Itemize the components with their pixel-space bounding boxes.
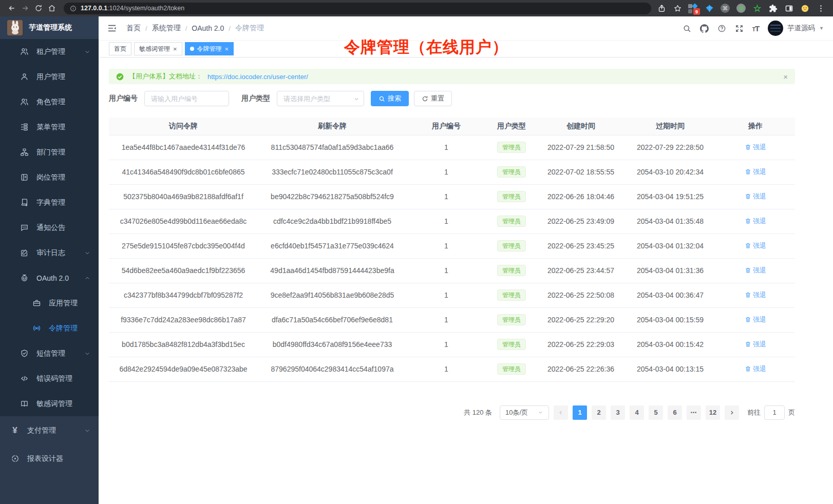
alert-close-icon[interactable]: ×: [783, 72, 788, 81]
force-logout-button[interactable]: 强退: [745, 192, 766, 201]
sidebar-item-oauth2-token[interactable]: 令牌管理: [0, 316, 99, 341]
sidebar-item-label: 字典管理: [36, 198, 65, 207]
split-window-icon[interactable]: [784, 3, 794, 13]
force-logout-button[interactable]: 强退: [745, 315, 766, 324]
sidebar-item-sensitive[interactable]: 敏感词管理: [0, 391, 99, 416]
back-icon[interactable]: [5, 2, 18, 14]
sidebar-item-oauth2[interactable]: OAuth 2.0: [0, 265, 99, 290]
address-bar[interactable]: 127.0.0.1:1024/system/oauth2/token: [64, 3, 651, 14]
page-button-12[interactable]: 12: [706, 405, 720, 420]
refresh-token-cell: 8796295f04064c2983414cc54af1097a: [258, 357, 407, 381]
column-header: 操作: [716, 118, 795, 135]
page-button-5[interactable]: 5: [649, 405, 663, 420]
star-icon[interactable]: [672, 3, 683, 13]
breadcrumb-separator: /: [229, 25, 231, 32]
sidebar-item-report[interactable]: 报表设计器: [0, 444, 99, 473]
sidebar-item-sms[interactable]: 短信管理: [0, 341, 99, 366]
expire-time-cell: 2054-03-04 00:15:59: [624, 307, 716, 332]
home-icon[interactable]: [45, 2, 59, 14]
forward-icon[interactable]: [18, 2, 32, 14]
tab-label: 令牌管理: [197, 45, 222, 53]
sidebar-collapse-icon[interactable]: [107, 23, 117, 33]
user-id-cell: 1: [407, 332, 486, 357]
user-type-select-input[interactable]: [277, 91, 364, 106]
alert-link[interactable]: https://doc.iocoder.cn/user-center/: [207, 73, 308, 81]
diamond-icon[interactable]: [704, 3, 714, 13]
content: 【用户体系】文档地址： https://doc.iocoder.cn/user-…: [99, 57, 833, 504]
force-logout-button[interactable]: 强退: [745, 266, 766, 275]
breadcrumb-item[interactable]: OAuth 2.0: [192, 24, 224, 32]
puzzle-icon[interactable]: [768, 3, 778, 13]
help-icon[interactable]: [717, 24, 726, 33]
tab-敏感词管理[interactable]: 敏感词管理×: [134, 42, 182, 55]
table-row: b0d1785bc3a8482f812db4a3f3bd15ecb0df4980…: [109, 332, 795, 357]
next-page-button[interactable]: [725, 405, 739, 420]
sidebar-item-audit[interactable]: 审计日志: [0, 240, 99, 265]
page-button-1[interactable]: 1: [573, 405, 587, 420]
page-button-3[interactable]: 3: [611, 405, 625, 420]
force-logout-button[interactable]: 强退: [745, 167, 766, 177]
search-icon[interactable]: [683, 24, 691, 33]
sidebar-item-dict[interactable]: 字典管理: [0, 190, 99, 215]
sidebar-item-pay[interactable]: ¥支付管理: [0, 416, 99, 444]
page-size-select[interactable]: 10条/页: [500, 405, 549, 420]
reload-icon[interactable]: [32, 2, 45, 14]
extension-badge-icon[interactable]: 9: [688, 3, 698, 13]
sidebar-item-user[interactable]: 用户管理: [0, 64, 99, 89]
roles-icon: [20, 98, 29, 107]
message-icon: [20, 223, 29, 232]
breadcrumb-item[interactable]: 系统管理: [152, 24, 181, 33]
force-logout-button[interactable]: 强退: [745, 340, 766, 349]
user-id-cell: 1: [407, 209, 486, 234]
font-size-icon[interactable]: TT: [752, 24, 759, 33]
kebab-menu-icon[interactable]: [816, 3, 826, 13]
record-circle-icon[interactable]: [736, 3, 746, 13]
tab-close-icon[interactable]: ×: [173, 46, 177, 52]
sidebar-item-dept[interactable]: 部门管理: [0, 140, 99, 165]
page-button-6[interactable]: 6: [668, 405, 682, 420]
sidebar-item-tenant[interactable]: 租户管理: [0, 39, 99, 64]
table-row: f9336e7c7dd242a283ee98dc86b17a87dfa6c71a…: [109, 307, 795, 332]
tab-首页[interactable]: 首页: [109, 42, 131, 55]
share-icon[interactable]: [656, 3, 667, 13]
tab-close-icon[interactable]: ×: [225, 46, 229, 52]
goto-page-input[interactable]: [764, 405, 785, 420]
force-logout-button[interactable]: 强退: [745, 290, 766, 300]
github-icon[interactable]: [700, 24, 709, 33]
force-logout-button[interactable]: 强退: [745, 143, 766, 152]
green-star-icon[interactable]: [752, 3, 762, 13]
sidebar-item-label: OAuth 2.0: [36, 274, 69, 282]
smiley-icon[interactable]: [800, 3, 810, 13]
tab-令牌管理[interactable]: 令牌管理×: [185, 42, 234, 55]
force-logout-button[interactable]: 强退: [745, 364, 766, 374]
app-logo[interactable]: 芋道管理系统: [0, 16, 99, 39]
page-ellipsis-button[interactable]: •••: [687, 405, 701, 420]
sidebar-item-role[interactable]: 角色管理: [0, 89, 99, 114]
breadcrumb-item[interactable]: 首页: [126, 24, 141, 33]
user-type-select[interactable]: [277, 91, 364, 106]
sidebar-item-label: 角色管理: [36, 98, 65, 107]
sidebar-item-label: 应用管理: [49, 299, 78, 308]
prev-page-button[interactable]: [554, 405, 568, 420]
access-token-cell: c347026e805e4d99b0d116eae66eda8c: [109, 209, 258, 234]
post-card-icon: [20, 173, 29, 182]
navbar-actions: TT 芋道源码 ▼: [683, 21, 824, 36]
page-buttons: 123456•••12: [573, 405, 720, 420]
sidebar-item-menu[interactable]: 菜单管理: [0, 114, 99, 140]
site-info-icon[interactable]: [70, 5, 77, 12]
force-logout-button[interactable]: 强退: [745, 217, 766, 226]
sidebar-item-oauth2-app[interactable]: 应用管理: [0, 290, 99, 316]
page-button-4[interactable]: 4: [630, 405, 644, 420]
search-button[interactable]: 搜索: [371, 91, 409, 106]
command-circle-icon[interactable]: ⌘: [720, 3, 730, 13]
force-logout-button[interactable]: 强退: [745, 241, 766, 250]
page-button-2[interactable]: 2: [592, 405, 606, 420]
sidebar-item-post[interactable]: 岗位管理: [0, 165, 99, 190]
reset-button[interactable]: 重置: [414, 91, 452, 106]
user-id-input[interactable]: [144, 91, 229, 106]
user-type-badge: 管理员: [497, 363, 526, 375]
sidebar-item-errcode[interactable]: 错误码管理: [0, 366, 99, 391]
user-menu[interactable]: 芋道源码 ▼: [768, 21, 824, 36]
sidebar-item-notice[interactable]: 通知公告: [0, 215, 99, 240]
fullscreen-icon[interactable]: [735, 24, 744, 33]
